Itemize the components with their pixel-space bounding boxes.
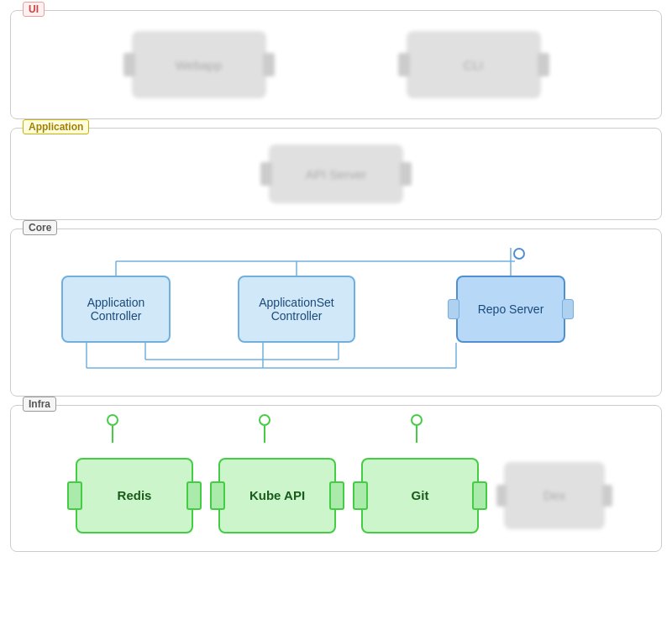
core-section-label: Core: [23, 220, 57, 235]
infra-section-inner: Redis Kube API Git Dex: [11, 406, 661, 551]
appset-controller-label: ApplicationSet Controller: [259, 296, 334, 323]
webapp-node: Webapp: [132, 31, 266, 98]
git-lollipop-circle: [411, 414, 423, 426]
infra-section-label: Infra: [23, 397, 56, 412]
redis-lollipop-circle: [107, 414, 118, 426]
repo-server-label: Repo Server: [478, 302, 544, 316]
dex-node: Dex: [504, 462, 605, 529]
git-label: Git: [412, 488, 429, 502]
ui-section-label: UI: [23, 2, 45, 17]
repo-server-right-tab: [562, 299, 574, 319]
repo-server-box: Repo Server: [456, 276, 565, 343]
git-lollipop: [411, 414, 423, 443]
redis-node: Redis: [76, 458, 193, 533]
redis-lollipop-line: [112, 426, 113, 443]
redis-lollipop: [107, 414, 118, 443]
kube-lollipop: [259, 414, 270, 443]
kube-lollipop-line: [264, 426, 265, 443]
cli-node: CLI: [407, 31, 541, 98]
core-section: Core: [10, 229, 662, 397]
kube-lollipop-circle: [259, 414, 270, 426]
repo-server-lollipop: [513, 248, 525, 260]
app-controller-box: Application Controller: [61, 276, 171, 343]
redis-label: Redis: [118, 488, 152, 502]
app-controller-label: Application Controller: [87, 296, 145, 323]
diagram-container: UI Webapp CLI Application API Server Cor…: [0, 0, 672, 620]
repo-server-left-tab: [448, 299, 459, 319]
application-section-label: Application: [23, 119, 89, 134]
git-node: Git: [361, 458, 479, 533]
infra-lollipops: [11, 414, 518, 443]
infra-section: Infra Redis: [10, 405, 662, 552]
appset-controller-box: ApplicationSet Controller: [238, 276, 355, 343]
git-lollipop-line: [416, 426, 417, 443]
kube-api-label: Kube API: [249, 488, 305, 502]
ui-section: UI Webapp CLI: [10, 10, 662, 119]
application-section: Application API Server: [10, 128, 662, 220]
dex-label: Dex: [543, 488, 566, 502]
kube-api-node: Kube API: [218, 458, 336, 533]
core-section-inner: Application Controller ApplicationSet Co…: [11, 229, 661, 396]
api-server-node: API Server: [269, 144, 403, 203]
infra-nodes-row: Redis Kube API Git Dex: [76, 458, 605, 533]
